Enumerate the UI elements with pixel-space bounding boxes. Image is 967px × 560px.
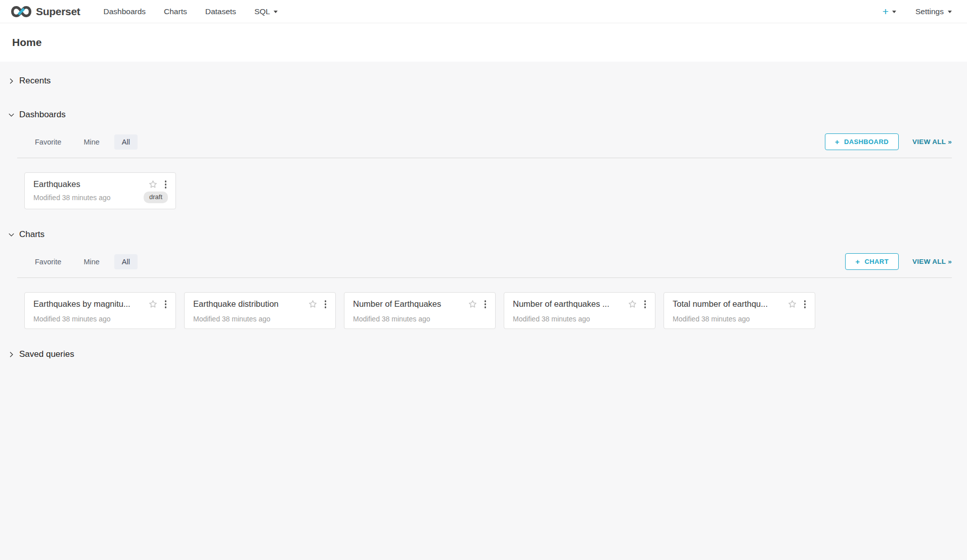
section-label: Dashboards	[19, 110, 66, 120]
section-toggle-dashboards[interactable]: Dashboards	[0, 110, 967, 120]
chevron-right-icon	[8, 78, 15, 84]
superset-infinity-icon	[11, 5, 31, 18]
brand-name: Superset	[36, 6, 80, 18]
dashboards-actions: + DASHBOARD VIEW ALL »	[825, 133, 952, 150]
card-menu-kebab-icon[interactable]	[163, 299, 168, 309]
card-modified-text: Modified 38 minutes ago	[33, 194, 111, 202]
main-nav: Dashboards Charts Datasets SQL	[94, 1, 286, 22]
view-all-charts-link[interactable]: VIEW ALL »	[912, 258, 952, 265]
tab-all[interactable]: All	[114, 254, 138, 269]
card-menu-kebab-icon[interactable]	[323, 299, 328, 309]
draft-status-badge: draft	[144, 192, 168, 203]
home-content: Recents Dashboards Favorite Mine All + D…	[0, 62, 967, 359]
section-toggle-saved-queries[interactable]: Saved queries	[0, 349, 967, 359]
tab-mine[interactable]: Mine	[76, 134, 107, 150]
chart-card[interactable]: Earthquakes by magnitu... Modified 38 mi…	[24, 292, 176, 329]
superset-logo[interactable]: Superset	[11, 5, 80, 18]
card-title[interactable]: Number of earthquakes ...	[513, 299, 628, 309]
card-modified-text: Modified 38 minutes ago	[673, 315, 750, 323]
section-label: Recents	[19, 76, 51, 86]
favorite-star-icon[interactable]	[628, 299, 637, 309]
tab-mine[interactable]: Mine	[76, 254, 107, 269]
dashboards-submenu: Favorite Mine All + DASHBOARD VIEW ALL »	[17, 133, 952, 158]
nav-item-sql[interactable]: SQL	[245, 1, 287, 22]
settings-menu-button[interactable]: Settings	[915, 7, 952, 16]
chart-card-row: Earthquakes by magnitu... Modified 38 mi…	[24, 292, 943, 329]
favorite-star-icon[interactable]	[787, 299, 797, 309]
plus-icon: +	[855, 258, 860, 265]
page-header: Home	[0, 23, 967, 62]
plus-icon: +	[883, 6, 889, 17]
card-menu-kebab-icon[interactable]	[803, 299, 808, 309]
card-menu-kebab-icon[interactable]	[163, 179, 168, 190]
favorite-star-icon[interactable]	[308, 299, 318, 309]
chevron-down-icon	[274, 11, 278, 13]
favorite-star-icon[interactable]	[148, 179, 158, 189]
section-label: Saved queries	[19, 349, 74, 359]
chevron-down-icon	[8, 231, 15, 238]
section-toggle-charts[interactable]: Charts	[0, 229, 967, 240]
nav-item-dashboards[interactable]: Dashboards	[94, 1, 155, 22]
dashboard-card-row: Earthquakes Modified 38 minutes ago draf…	[24, 172, 943, 209]
tab-all[interactable]: All	[114, 134, 138, 150]
card-title[interactable]: Earthquake distribution	[193, 299, 308, 309]
favorite-star-icon[interactable]	[148, 299, 158, 309]
card-menu-kebab-icon[interactable]	[483, 299, 488, 309]
new-item-menu-button[interactable]: +	[883, 6, 896, 17]
card-title[interactable]: Number of Earthquakes	[353, 299, 468, 309]
card-modified-text: Modified 38 minutes ago	[353, 315, 430, 323]
card-title[interactable]: Total number of earthqu...	[673, 299, 787, 309]
charts-tabs: Favorite Mine All	[27, 254, 145, 269]
plus-icon: +	[835, 138, 840, 146]
card-modified-text: Modified 38 minutes ago	[193, 315, 271, 323]
chart-card[interactable]: Number of earthquakes ... Modified 38 mi…	[504, 292, 655, 329]
new-dashboard-button[interactable]: + DASHBOARD	[825, 133, 899, 150]
tab-favorite[interactable]: Favorite	[27, 134, 69, 150]
card-modified-text: Modified 38 minutes ago	[513, 315, 590, 323]
tab-favorite[interactable]: Favorite	[27, 254, 69, 269]
chart-card[interactable]: Earthquake distribution Modified 38 minu…	[184, 292, 336, 329]
section-toggle-recents[interactable]: Recents	[0, 76, 967, 86]
favorite-star-icon[interactable]	[468, 299, 477, 309]
nav-item-charts[interactable]: Charts	[155, 1, 196, 22]
dashboards-tabs: Favorite Mine All	[27, 134, 145, 150]
card-modified-text: Modified 38 minutes ago	[33, 315, 111, 323]
new-chart-button[interactable]: + CHART	[845, 253, 899, 270]
chart-card[interactable]: Number of Earthquakes Modified 38 minute…	[344, 292, 496, 329]
card-title[interactable]: Earthquakes by magnitu...	[33, 299, 148, 309]
chart-card[interactable]: Total number of earthqu... Modified 38 m…	[664, 292, 815, 329]
card-title[interactable]: Earthquakes	[33, 179, 148, 189]
page-title: Home	[12, 36, 955, 49]
charts-actions: + CHART VIEW ALL »	[845, 253, 952, 270]
dashboard-card-earthquakes[interactable]: Earthquakes Modified 38 minutes ago draf…	[24, 172, 176, 209]
chevron-right-icon	[8, 351, 15, 358]
nav-item-datasets[interactable]: Datasets	[196, 1, 245, 22]
navbar-right: + Settings	[883, 6, 956, 17]
chevron-down-icon	[892, 11, 896, 13]
card-menu-kebab-icon[interactable]	[643, 299, 648, 309]
chevron-down-icon	[948, 11, 952, 13]
charts-submenu: Favorite Mine All + CHART VIEW ALL »	[17, 253, 952, 278]
section-label: Charts	[19, 229, 45, 240]
chevron-down-icon	[8, 112, 15, 118]
view-all-dashboards-link[interactable]: VIEW ALL »	[912, 138, 952, 146]
top-navbar: Superset Dashboards Charts Datasets SQL …	[0, 0, 967, 23]
